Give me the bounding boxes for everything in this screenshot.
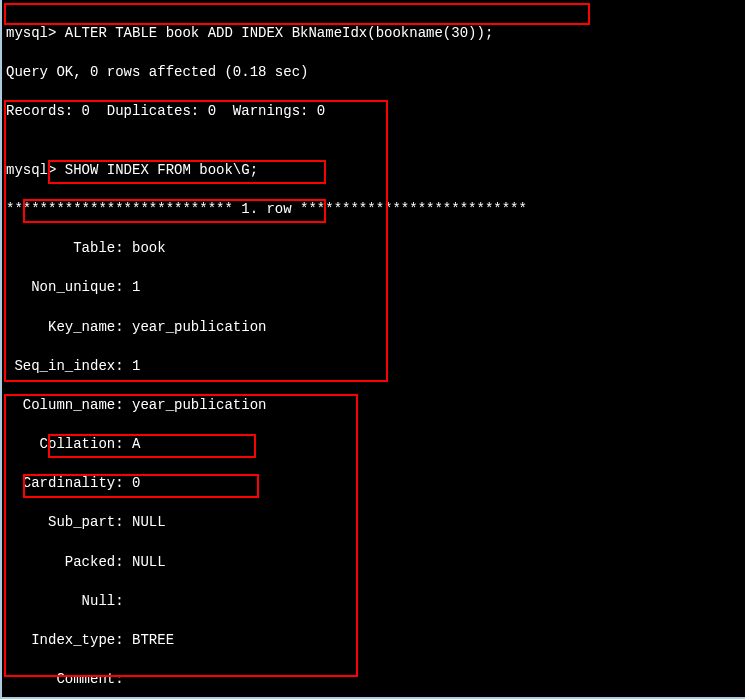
row1-table: Table: book xyxy=(6,239,739,259)
row1-index-type: Index_type: BTREE xyxy=(6,631,739,651)
records-summary: Records: 0 Duplicates: 0 Warnings: 0 xyxy=(6,102,739,122)
row1-seq-in-index: Seq_in_index: 1 xyxy=(6,357,739,377)
row1-packed: Packed: NULL xyxy=(6,553,739,573)
cmd-show-index: mysql> SHOW INDEX FROM book\G; xyxy=(6,161,739,181)
row1-non-unique: Non_unique: 1 xyxy=(6,278,739,298)
terminal-output: mysql> ALTER TABLE book ADD INDEX BkName… xyxy=(0,0,745,699)
row1-sub-part: Sub_part: NULL xyxy=(6,513,739,533)
row1-key-name: Key_name: year_publication xyxy=(6,318,739,338)
row1-header: *************************** 1. row *****… xyxy=(6,200,739,220)
cmd-alter-table: mysql> ALTER TABLE book ADD INDEX BkName… xyxy=(6,24,739,44)
row1-comment: Comment: xyxy=(6,670,739,690)
row1-null: Null: xyxy=(6,592,739,612)
row1-cardinality: Cardinality: 0 xyxy=(6,474,739,494)
query-ok: Query OK, 0 rows affected (0.18 sec) xyxy=(6,63,739,83)
row1-collation: Collation: A xyxy=(6,435,739,455)
row1-column-name: Column_name: year_publication xyxy=(6,396,739,416)
